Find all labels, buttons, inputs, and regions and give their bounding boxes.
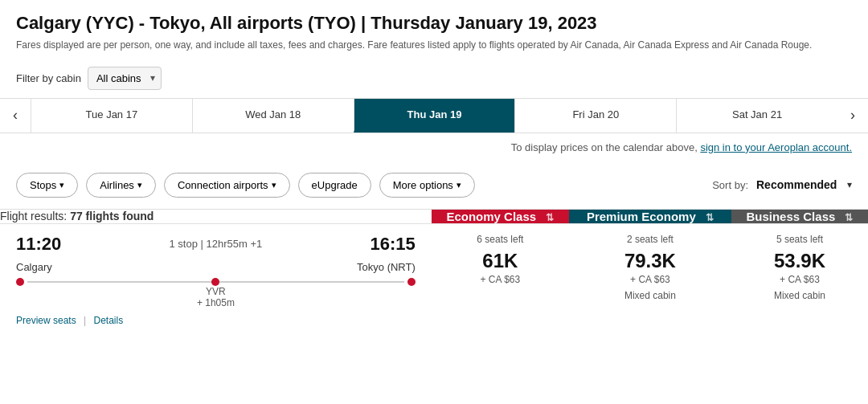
- depart-time: 11:20: [16, 234, 61, 255]
- sign-in-text: To display prices on the calendar above,: [511, 141, 698, 153]
- cabin-filter-wrapper: All cabins: [88, 67, 162, 90]
- business-class-label: Business Class: [746, 210, 835, 223]
- destination-city: Tokyo (NRT): [357, 261, 416, 273]
- economy-class-label: Economy Class: [446, 210, 536, 223]
- preview-separator: |: [84, 315, 86, 326]
- airlines-label: Airlines: [100, 179, 134, 191]
- table-row: 11:20 1 stop | 12hr55m +1 16:15 Calgary …: [0, 223, 868, 336]
- via-airport: YVR + 1h05m: [16, 286, 416, 308]
- page-title: Calgary (YYC) - Tokyo, All airports (TYO…: [16, 13, 852, 34]
- route-line: [16, 278, 416, 286]
- flight-info-cell: 11:20 1 stop | 12hr55m +1 16:15 Calgary …: [0, 223, 432, 336]
- via-label: YVR: [206, 286, 226, 297]
- sign-in-link[interactable]: sign in to your Aeroplan account.: [700, 141, 852, 153]
- arrive-time: 16:15: [371, 234, 416, 255]
- results-header-row: Flight results: 77 flights found Economy…: [0, 209, 868, 223]
- premium-seats-left: 2 seats left: [577, 234, 723, 245]
- flight-results-count: 77 flights found: [70, 210, 154, 222]
- premium-price-sub: + CA $63: [577, 274, 723, 285]
- economy-sort-arrows-icon: ⇅: [546, 212, 554, 223]
- stop-dot-icon: [211, 278, 219, 286]
- premium-mixed-cabin: Mixed cabin: [577, 290, 723, 301]
- preview-links: Preview seats | Details: [16, 315, 416, 326]
- toolbar: Stops ▾ Airlines ▾ Connection airports ▾…: [0, 161, 868, 209]
- premium-price-cell: 2 seats left 79.3K + CA $63 Mixed cabin: [569, 223, 731, 336]
- stop-info: 1 stop | 12hr55m +1: [170, 238, 263, 250]
- calendar-day-0[interactable]: Tue Jan 17: [31, 99, 192, 133]
- details-link[interactable]: Details: [94, 315, 124, 326]
- stops-button[interactable]: Stops ▾: [16, 173, 78, 198]
- economy-price-cell: 6 seats left 61K + CA $63: [432, 223, 569, 336]
- filter-row: Filter by cabin All cabins: [0, 59, 868, 98]
- business-price-cell: 5 seats left 53.9K + CA $63 Mixed cabin: [731, 223, 868, 336]
- header: Calgary (YYC) - Tokyo, All airports (TYO…: [0, 0, 868, 59]
- header-subtitle: Fares displayed are per person, one way,…: [16, 39, 852, 52]
- business-seats-left: 5 seats left: [739, 234, 860, 245]
- calendar-next-button[interactable]: ›: [837, 99, 868, 133]
- economy-price-sub: + CA $63: [440, 274, 561, 285]
- page-container: Calgary (YYC) - Tokyo, All airports (TYO…: [0, 0, 868, 336]
- sign-in-bar: To display prices on the calendar above,…: [0, 133, 868, 161]
- via-extra: + 1h05m: [197, 297, 235, 308]
- origin-dot-icon: [16, 278, 24, 286]
- connection-airports-button[interactable]: Connection airports ▾: [164, 173, 290, 198]
- calendar-day-2[interactable]: Thu Jan 19: [354, 99, 515, 133]
- origin-city: Calgary: [16, 261, 52, 273]
- calendar-day-3[interactable]: Fri Jan 20: [514, 99, 676, 133]
- sort-select-wrapper: Recommended: [756, 178, 852, 191]
- more-options-label: More options: [393, 179, 453, 191]
- business-price-sub: + CA $63: [739, 274, 860, 285]
- airlines-button[interactable]: Airlines ▾: [86, 173, 156, 198]
- sort-select[interactable]: Recommended: [756, 178, 852, 191]
- economy-class-header[interactable]: Economy Class ⇅: [432, 209, 569, 223]
- calendar-day-1[interactable]: Wed Jan 18: [192, 99, 354, 133]
- results-table: Flight results: 77 flights found Economy…: [0, 209, 868, 336]
- connection-airports-label: Connection airports: [178, 179, 268, 191]
- connection-airports-chevron-icon: ▾: [272, 180, 276, 190]
- business-mixed-cabin: Mixed cabin: [739, 290, 860, 301]
- premium-economy-label: Premium Economy: [587, 210, 696, 223]
- route-bar: [27, 281, 404, 283]
- calendar-prev-button[interactable]: ‹: [0, 99, 31, 133]
- flight-results-label: Flight results:: [0, 210, 67, 222]
- filter-by-cabin-label: Filter by cabin: [16, 72, 81, 84]
- preview-seats-link[interactable]: Preview seats: [16, 315, 76, 326]
- calendar-day-4[interactable]: Sat Jan 21: [676, 99, 837, 133]
- cabin-filter-select[interactable]: All cabins: [88, 67, 162, 90]
- eupgrade-button[interactable]: eUpgrade: [298, 173, 371, 198]
- more-options-button[interactable]: More options ▾: [379, 173, 475, 198]
- premium-economy-header[interactable]: Premium Economy ⇅: [569, 209, 731, 223]
- business-price: 53.9K: [739, 250, 860, 272]
- dest-dot-icon: [407, 278, 416, 286]
- business-class-header[interactable]: Business Class ⇅: [731, 209, 868, 223]
- flight-results-label-cell: Flight results: 77 flights found: [0, 209, 432, 223]
- sort-by-label: Sort by:: [712, 179, 748, 191]
- more-options-chevron-icon: ▾: [457, 180, 461, 190]
- premium-price: 79.3K: [577, 250, 723, 272]
- premium-sort-arrows-icon: ⇅: [706, 212, 714, 223]
- airlines-chevron-icon: ▾: [137, 180, 142, 190]
- economy-seats-left: 6 seats left: [440, 234, 561, 245]
- calendar-nav: ‹ Tue Jan 17 Wed Jan 18 Thu Jan 19 Fri J…: [0, 98, 868, 133]
- origin-dest: Calgary Tokyo (NRT): [16, 261, 416, 273]
- stops-label: Stops: [30, 179, 56, 191]
- business-sort-arrows-icon: ⇅: [845, 212, 853, 223]
- economy-price: 61K: [440, 250, 561, 272]
- stops-chevron-icon: ▾: [59, 180, 64, 190]
- flight-times: 11:20 1 stop | 12hr55m +1 16:15: [16, 234, 416, 255]
- eupgrade-label: eUpgrade: [312, 179, 358, 191]
